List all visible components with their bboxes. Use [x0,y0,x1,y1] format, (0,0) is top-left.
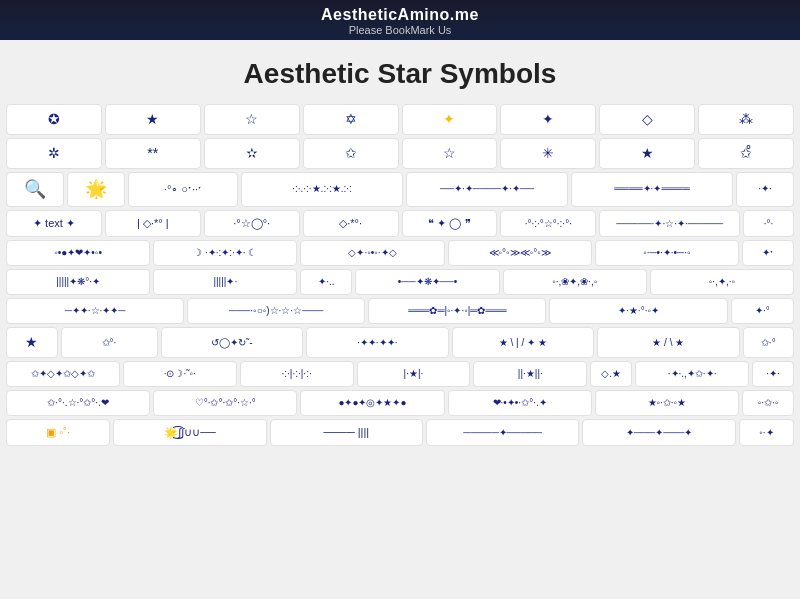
symbol-cell[interactable]: ||·★||· [473,361,587,387]
symbol-cell[interactable]: ·✦·.,✦✩·✦· [635,361,749,387]
symbol-cell[interactable]: ⁂ [698,104,794,135]
symbol-cell[interactable]: •──✦❋✦──• [355,269,499,295]
symbol-cell[interactable]: ·✦· [736,172,794,208]
symbol-cell[interactable]: ·°☆◯°· [204,210,300,237]
symbol-row-9: ✩✦◇✦✩◇✦✩ ·⊙☽·˜◦· ·:·|·:·|·:· |·★|· ||·★|… [6,361,794,387]
symbol-cell[interactable]: ★ / \ ★ [597,327,740,358]
symbol-cell[interactable]: ★ [599,138,695,169]
symbol-cell[interactable]: ✦ [500,104,596,135]
symbol-cell[interactable]: ★ \ | / ✦ ★ [452,327,595,358]
symbol-cell[interactable]: ·°∘ ○ˑ··ˑ [128,172,238,208]
symbol-cell[interactable]: ✫ [204,138,300,169]
symbol-cell[interactable]: ★ [6,327,58,358]
symbol-row-10: ✩·°·.☆·°✩°·.❤ ♡°·✩°·✩°·☆·° ●✦●✦◎✦★✦● ❤·•… [6,390,794,416]
symbol-cell[interactable]: ◇·*°· [303,210,399,237]
tagline: Please BookMark Us [0,24,800,36]
symbol-row-2: ✲ ** ✫ ✩ ☆ ✳ ★ ✩̊ [6,138,794,169]
symbol-cell[interactable]: ✦ text ✦ [6,210,102,237]
symbol-cell[interactable]: ▣ ◦˚· [6,419,110,446]
symbol-cell[interactable]: ◦·─•·✦·•─·◦ [595,240,739,266]
symbol-cell[interactable]: ✡ [303,104,399,135]
symbol-cell[interactable]: ─────✦───── [426,419,579,446]
symbol-row-11: ▣ ◦˚· 🌟͜͡∫∫∪∪── ──── |||| ─────✦───── ✦─… [6,419,794,446]
symbol-cell[interactable]: ✲ [6,138,102,169]
symbol-cell[interactable]: ◦·✩·◦ [742,390,794,416]
symbol-cell[interactable]: ═══✿═|◦·✦·◦|═✿═══ [368,298,546,324]
symbol-cell[interactable]: ·✦✦·✦✦· [306,327,449,358]
symbol-cell[interactable]: ◦•●✦❤✦•◦• [6,240,150,266]
symbol-cell[interactable]: ◇✦·◦•◦·✦◇ [300,240,444,266]
symbol-cell[interactable]: ════✦·✦════ [571,172,733,208]
symbol-cell[interactable]: ✦ˑ [742,240,794,266]
symbol-cell[interactable]: ·⊙☽·˜◦· [123,361,237,387]
symbol-cell[interactable]: ·:·.·:·★.:·:★.:·: [241,172,403,208]
symbol-cell[interactable]: ──✦·✦────✦·✦── [406,172,568,208]
symbol-cell[interactable]: ·°·:·°☆°·:·°· [500,210,596,237]
symbol-cell[interactable]: ★◦·✩·◦★ [595,390,739,416]
symbol-cell[interactable]: ✩ [303,138,399,169]
symbols-grid: ✪ ★ ☆ ✡ ✦ ✦ ◇ ⁂ ✲ ** ✫ ✩ ☆ ✳ ★ ✩̊ 🔍 🌟 ·°… [0,104,800,455]
symbol-cell[interactable]: ☽ ·✦·:✦:·✦· ☾ [153,240,297,266]
symbol-cell[interactable]: | ◇·*° | [105,210,201,237]
site-title: AestheticAmino.me [0,6,800,24]
symbol-cell[interactable]: ──── |||| [270,419,423,446]
symbol-cell[interactable]: ✩✦◇✦✩◇✦✩ [6,361,120,387]
symbol-row-7: ─✦✦·☆·✦✦─ ───·◦○◦)☆·☆·☆─── ═══✿═|◦·✦·◦|═… [6,298,794,324]
symbol-row-3: 🔍 🌟 ·°∘ ○ˑ··ˑ ·:·.·:·★.:·:★.:·: ──✦·✦───… [6,172,794,208]
symbol-cell[interactable]: 🌟͜͡∫∫∪∪── [113,419,266,446]
symbol-cell[interactable]: ☆ [402,138,498,169]
symbol-cell[interactable]: ─✦✦·☆·✦✦─ [6,298,184,324]
symbol-cell[interactable]: ✦ [402,104,498,135]
symbol-cell[interactable]: ◦·,❀✦,❀·,◦ [503,269,647,295]
symbol-cell[interactable]: 🔍 [6,172,64,208]
symbol-row-5: ◦•●✦❤✦•◦• ☽ ·✦·:✦:·✦· ☾ ◇✦·◦•◦·✦◇ ≪◦°◦≫≪… [6,240,794,266]
page-title: Aesthetic Star Symbols [0,58,800,90]
symbol-cell[interactable]: ✩°· [61,327,158,358]
symbol-cell[interactable]: ◇.★ [590,361,632,387]
symbol-cell[interactable]: ❤·•✦•·✩°·.✦ [448,390,592,416]
symbol-cell[interactable]: ───·◦○◦)☆·☆·☆─── [187,298,365,324]
symbol-cell[interactable]: ✦·° [731,298,794,324]
symbol-cell[interactable]: ✪ [6,104,102,135]
symbol-cell[interactable]: ─────·✦·☆·✦·───── [599,210,740,237]
symbol-cell[interactable]: ✩̊ [698,138,794,169]
symbol-cell[interactable]: ·✦· [752,361,794,387]
symbol-cell[interactable]: ★ [105,104,201,135]
symbol-cell[interactable]: ✩·°·.☆·°✩°·.❤ [6,390,150,416]
symbol-cell[interactable]: |||||✦❋°·✦ [6,269,150,295]
symbol-cell[interactable]: ·°· [743,210,794,237]
symbol-cell[interactable]: ✩·° [743,327,795,358]
symbol-cell[interactable]: ●✦●✦◎✦★✦● [300,390,444,416]
symbol-cell[interactable]: ↺◯✦↻˜- [161,327,304,358]
symbol-cell[interactable]: ** [105,138,201,169]
symbol-cell[interactable]: ❝ ✦ ◯ ❞ [402,210,498,237]
symbol-cell[interactable]: ✦───✦───✦ [582,419,735,446]
symbol-cell[interactable]: |·★|· [357,361,471,387]
symbol-cell[interactable]: 🌟 [67,172,125,208]
page-title-section: Aesthetic Star Symbols [0,40,800,104]
symbol-cell[interactable]: ✦·★·°·◦✦ [549,298,727,324]
symbol-cell[interactable]: ◦·,✦,·◦ [650,269,794,295]
symbol-cell[interactable]: ✦·.. [300,269,352,295]
symbol-cell[interactable]: ◇ [599,104,695,135]
symbol-cell[interactable]: ≪◦°◦≫≪◦°◦≫ [448,240,592,266]
symbol-row-4: ✦ text ✦ | ◇·*° | ·°☆◯°· ◇·*°· ❝ ✦ ◯ ❞ ·… [6,210,794,237]
symbol-cell[interactable]: ◦·✦ [739,419,794,446]
symbol-cell[interactable]: ·:·|·:·|·:· [240,361,354,387]
symbol-row-8: ★ ✩°· ↺◯✦↻˜- ·✦✦·✦✦· ★ \ | / ✦ ★ ★ / \ ★… [6,327,794,358]
header: AestheticAmino.me Please BookMark Us [0,0,800,40]
symbol-row-6: |||||✦❋°·✦ |||||✦· ✦·.. •──✦❋✦──• ◦·,❀✦,… [6,269,794,295]
symbol-cell[interactable]: |||||✦· [153,269,297,295]
symbol-cell[interactable]: ✳ [500,138,596,169]
symbol-row-1: ✪ ★ ☆ ✡ ✦ ✦ ◇ ⁂ [6,104,794,135]
symbol-cell[interactable]: ☆ [204,104,300,135]
symbol-cell[interactable]: ♡°·✩°·✩°·☆·° [153,390,297,416]
